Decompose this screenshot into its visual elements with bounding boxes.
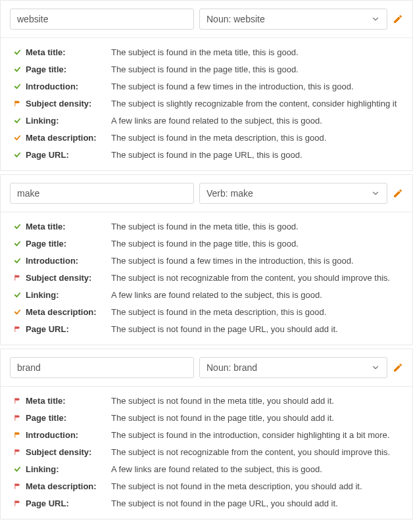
flag-icon bbox=[12, 448, 22, 456]
check-icon bbox=[12, 240, 22, 247]
check-label: Linking: bbox=[22, 116, 111, 126]
check-row: Page title:The subject is not found in t… bbox=[12, 413, 401, 423]
check-description: The subject is not recognizable from the… bbox=[111, 447, 401, 457]
check-description: The subject is not found in the page URL… bbox=[111, 498, 401, 508]
check-description: The subject is found a few times in the … bbox=[111, 256, 401, 266]
svg-rect-0 bbox=[14, 101, 15, 106]
flag-icon bbox=[12, 483, 22, 490]
check-label: Introduction: bbox=[22, 82, 111, 91]
check-row: Linking:A few links are found related to… bbox=[12, 116, 401, 126]
svg-rect-1 bbox=[14, 275, 15, 280]
subject-type-select[interactable]: Noun: brand bbox=[199, 357, 387, 378]
check-row: Page URL:The subject is not found in the… bbox=[12, 324, 401, 334]
check-description: The subject is found in the meta title, … bbox=[111, 47, 401, 57]
check-label: Page URL: bbox=[22, 498, 111, 508]
check-icon bbox=[12, 49, 22, 56]
svg-rect-3 bbox=[14, 398, 15, 403]
check-label: Page title: bbox=[22, 64, 111, 74]
check-row: Linking:A few links are found related to… bbox=[12, 290, 401, 300]
check-description: The subject is not found in the meta tit… bbox=[111, 396, 401, 406]
block-header: Noun: website bbox=[1, 1, 412, 38]
chevron-down-icon bbox=[371, 189, 380, 198]
check-label: Page title: bbox=[22, 239, 111, 249]
check-icon bbox=[12, 117, 22, 124]
check-label: Meta description: bbox=[22, 481, 111, 491]
check-label: Subject density: bbox=[22, 447, 111, 457]
subject-type-select[interactable]: Noun: website bbox=[199, 9, 387, 30]
check-label: Linking: bbox=[22, 464, 111, 474]
check-label: Linking: bbox=[22, 290, 111, 300]
checks-list: Meta title:The subject is found in the m… bbox=[1, 212, 412, 345]
subject-input[interactable] bbox=[10, 183, 194, 204]
check-row: Page URL:The subject is found in the pag… bbox=[12, 150, 401, 160]
check-label: Meta description: bbox=[22, 133, 111, 143]
flag-icon bbox=[12, 500, 22, 507]
seo-subject-block: Verb: makeMeta title:The subject is foun… bbox=[0, 174, 413, 345]
check-icon bbox=[12, 257, 22, 264]
flag-icon bbox=[12, 326, 22, 333]
edit-icon[interactable] bbox=[393, 14, 403, 24]
subject-type-label: Noun: brand bbox=[206, 362, 257, 373]
check-description: The subject is found a few times in the … bbox=[111, 82, 401, 91]
block-header: Noun: brand bbox=[1, 349, 412, 387]
check-icon bbox=[12, 466, 22, 473]
checks-list: Meta title:The subject is found in the m… bbox=[1, 38, 412, 170]
seo-subject-block: Noun: brandMeta title:The subject is not… bbox=[0, 349, 413, 520]
check-label: Subject density: bbox=[22, 273, 111, 283]
check-row: Meta title:The subject is found in the m… bbox=[12, 47, 401, 57]
check-row: Page title:The subject is found in the p… bbox=[12, 64, 401, 74]
block-header: Verb: make bbox=[1, 175, 412, 212]
check-icon bbox=[12, 83, 22, 90]
edit-icon[interactable] bbox=[393, 362, 403, 373]
check-description: The subject is found in the meta title, … bbox=[111, 222, 401, 231]
check-row: Meta description:The subject is found in… bbox=[12, 133, 401, 143]
check-label: Subject density: bbox=[22, 99, 111, 109]
check-label: Meta title: bbox=[22, 222, 111, 231]
check-row: Subject density:The subject is slightly … bbox=[12, 99, 401, 109]
check-label: Meta title: bbox=[22, 47, 111, 57]
check-description: The subject is not found in the page tit… bbox=[111, 413, 401, 423]
check-description: The subject is found in the introduction… bbox=[111, 430, 401, 440]
check-label: Meta title: bbox=[22, 396, 111, 406]
subject-input[interactable] bbox=[10, 357, 194, 378]
svg-rect-8 bbox=[14, 500, 15, 506]
check-row: Page title:The subject is found in the p… bbox=[12, 239, 401, 249]
svg-rect-4 bbox=[14, 415, 15, 420]
check-description: A few links are found related to the sub… bbox=[111, 464, 401, 474]
check-row: Introduction:The subject is found a few … bbox=[12, 256, 401, 266]
check-description: The subject is found in the page title, … bbox=[111, 239, 401, 249]
check-row: Subject density:The subject is not recog… bbox=[12, 447, 401, 457]
check-icon bbox=[12, 66, 22, 73]
check-label: Introduction: bbox=[22, 256, 111, 266]
seo-subject-block: Noun: websiteMeta title:The subject is f… bbox=[0, 0, 413, 171]
check-description: The subject is not recognizable from the… bbox=[111, 273, 401, 283]
check-description: The subject is not found in the page URL… bbox=[111, 324, 401, 334]
subject-input[interactable] bbox=[10, 9, 194, 30]
chevron-down-icon bbox=[371, 14, 380, 24]
subject-type-label: Noun: website bbox=[206, 14, 265, 24]
check-label: Page URL: bbox=[22, 150, 111, 160]
flag-icon bbox=[12, 274, 22, 281]
check-description: The subject is found in the page URL, th… bbox=[111, 150, 401, 160]
check-icon bbox=[12, 151, 22, 158]
check-row: Introduction:The subject is found a few … bbox=[12, 82, 401, 91]
edit-icon[interactable] bbox=[393, 188, 403, 199]
check-row: Linking:A few links are found related to… bbox=[12, 464, 401, 474]
check-icon bbox=[12, 308, 22, 316]
check-description: The subject is found in the page title, … bbox=[111, 64, 401, 74]
chevron-down-icon bbox=[371, 363, 380, 372]
svg-rect-6 bbox=[14, 449, 15, 454]
check-icon bbox=[12, 291, 22, 299]
check-label: Page title: bbox=[22, 413, 111, 423]
check-description: The subject is found in the meta descrip… bbox=[111, 133, 401, 143]
check-description: The subject is not found in the meta des… bbox=[111, 481, 401, 491]
subject-type-select[interactable]: Verb: make bbox=[199, 183, 387, 204]
checks-list: Meta title:The subject is not found in t… bbox=[1, 387, 412, 519]
check-icon bbox=[12, 134, 22, 141]
check-label: Introduction: bbox=[22, 430, 111, 440]
check-label: Page URL: bbox=[22, 324, 111, 334]
check-description: The subject is slightly recognizable fro… bbox=[111, 99, 401, 109]
check-description: A few links are found related to the sub… bbox=[111, 116, 401, 126]
check-description: The subject is found in the meta descrip… bbox=[111, 307, 401, 317]
flag-icon bbox=[12, 397, 22, 404]
